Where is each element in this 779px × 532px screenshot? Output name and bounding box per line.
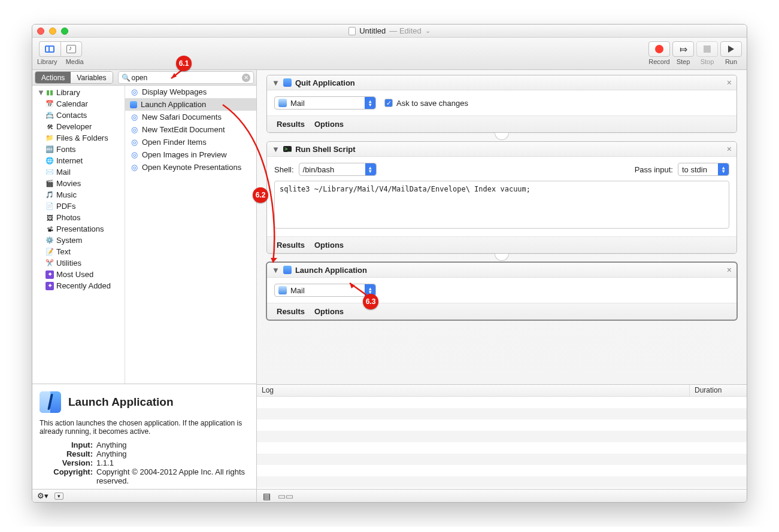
options-tab[interactable]: Options <box>314 120 344 129</box>
log-panel: Log Duration <box>257 384 747 489</box>
stop-icon <box>704 45 711 53</box>
library-panel-icon <box>45 45 54 53</box>
action-result[interactable]: ◎Display Webpages <box>125 86 256 98</box>
stop-label: Stop <box>701 58 714 65</box>
title-menu-chevron-icon[interactable]: ⌄ <box>425 27 431 35</box>
tab-variables[interactable]: Variables <box>71 72 112 83</box>
library-footer: ⚙︎▾ ▾ <box>32 489 256 502</box>
library-category[interactable]: 🖼Photos <box>32 212 125 223</box>
results-tab[interactable]: Results <box>277 307 305 316</box>
ask-save-checkbox[interactable]: ✓Ask to save changes <box>384 99 468 108</box>
mail-app-icon <box>278 286 287 294</box>
library-category[interactable]: ⚙️System <box>32 235 125 246</box>
disclosure-icon[interactable]: ▼ <box>272 78 280 87</box>
library-recently-added[interactable]: ✦Recently Added <box>32 280 125 291</box>
run-button[interactable] <box>720 41 742 57</box>
marker-6-3: 6.3 <box>363 294 378 309</box>
marker-6-1: 6.1 <box>176 56 192 71</box>
gear-icon[interactable]: ⚙︎▾ <box>37 491 49 500</box>
step-button[interactable]: ⤇ <box>672 41 694 57</box>
action-info-panel: Launch Application This action launches … <box>32 384 256 489</box>
library-category[interactable]: 🌐Internet <box>32 155 125 166</box>
library-category[interactable]: 🔤Fonts <box>32 144 125 155</box>
duration-column-header[interactable]: Duration <box>690 385 747 396</box>
workflow-footer: ▤ ▭▭ <box>257 489 747 502</box>
pass-input-selector[interactable]: to stdin▴▾ <box>678 163 729 176</box>
titlebar: Untitled — Edited ⌄ <box>32 25 747 38</box>
remove-action-button[interactable]: × <box>727 265 732 275</box>
log-view-flow-icon[interactable]: ▭▭ <box>278 491 293 501</box>
automator-window: 6.1 6.2 6.3 Untitled — Edited ⌄ L <box>32 24 747 503</box>
record-button[interactable] <box>648 41 670 57</box>
marker-6-2: 6.2 <box>253 187 268 203</box>
shell-selector[interactable]: /bin/bash▴▾ <box>299 163 377 176</box>
document-proxy-icon[interactable] <box>348 27 356 35</box>
run-label: Run <box>725 58 737 65</box>
library-category[interactable]: 🎬Movies <box>32 178 125 189</box>
search-icon: 🔍 <box>122 74 131 82</box>
step-icon: ⤇ <box>680 44 687 55</box>
media-panel-icon <box>66 45 76 53</box>
remove-action-button[interactable]: × <box>727 78 732 87</box>
log-rows <box>257 397 747 489</box>
options-tab[interactable]: Options <box>314 241 344 250</box>
finder-mini-icon <box>283 78 292 87</box>
log-column-header[interactable]: Log <box>257 385 690 396</box>
step-label: Step <box>677 58 690 65</box>
finder-mini-icon <box>283 266 292 274</box>
window-title: Untitled <box>359 26 386 35</box>
library-category[interactable]: 📅Calendar <box>32 98 125 110</box>
library-category[interactable]: 📝Text <box>32 246 125 257</box>
record-icon <box>655 45 663 53</box>
info-title: Launch Application <box>68 396 174 409</box>
stop-button[interactable] <box>696 41 718 57</box>
workflow-canvas[interactable]: ▼Quit Application× Mail ▴▾ ✓Ask to save … <box>257 70 747 384</box>
library-root[interactable]: ▼▮▮Library <box>32 87 125 98</box>
library-mode-segmented[interactable]: Actions Variables <box>35 71 113 84</box>
toolbar: Library Media Record ⤇Step Stop Run <box>32 38 747 70</box>
library-category[interactable]: 📁Files & Folders <box>32 132 125 144</box>
run-icon <box>728 45 734 53</box>
flow-connector-icon <box>495 254 509 261</box>
app-selector[interactable]: Mail ▴▾ <box>274 96 376 110</box>
library-label: Library <box>37 58 57 65</box>
remove-action-button[interactable]: × <box>727 144 732 154</box>
clear-search-button[interactable]: ✕ <box>242 74 250 82</box>
library-category[interactable]: ✉️Mail <box>32 166 125 178</box>
library-category[interactable]: 🛠Developer <box>32 121 125 132</box>
finder-app-icon <box>40 391 61 413</box>
media-label: Media <box>66 58 84 65</box>
tab-actions[interactable]: Actions <box>35 72 71 83</box>
library-toggle-button[interactable] <box>39 41 60 57</box>
options-tab[interactable]: Options <box>314 307 344 316</box>
library-category-tree[interactable]: ▼▮▮Library 📅Calendar📇Contacts🛠Developer📁… <box>32 86 125 384</box>
workflow-action-quit-application[interactable]: ▼Quit Application× Mail ▴▾ ✓Ask to save … <box>266 75 737 133</box>
window-edited-indicator: — Edited <box>389 26 421 35</box>
library-most-used[interactable]: ✦Most Used <box>32 269 125 280</box>
info-description: This action launches the chosen applicat… <box>40 419 249 436</box>
log-view-list-icon[interactable]: ▤ <box>263 491 271 501</box>
workflow-action-launch-application[interactable]: ▼Launch Application× Mail ▴▾ ResultsOpti… <box>266 262 737 320</box>
library-category[interactable]: 🎵Music <box>32 189 125 200</box>
media-toggle-button[interactable] <box>60 41 82 57</box>
library-category[interactable]: 📽Presentations <box>32 223 125 235</box>
flow-connector-icon <box>495 133 509 140</box>
record-label: Record <box>648 58 669 65</box>
hide-info-icon[interactable]: ▾ <box>54 493 63 500</box>
workflow-action-run-shell-script[interactable]: ▼>_Run Shell Script× Shell: /bin/bash▴▾ … <box>266 141 737 254</box>
terminal-icon: >_ <box>283 146 292 152</box>
shell-script-textarea[interactable] <box>274 181 729 229</box>
library-category[interactable]: 📇Contacts <box>32 110 125 121</box>
library-category[interactable]: ✂️Utilities <box>32 257 125 269</box>
library-category[interactable]: 📄PDFs <box>32 200 125 212</box>
